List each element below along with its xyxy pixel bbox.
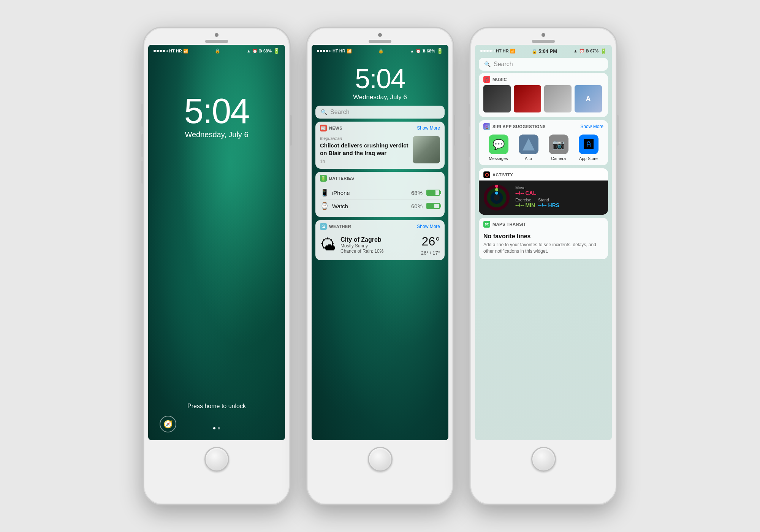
battery-icon-widget: 🔋 (320, 175, 327, 182)
weather-title: WEATHER (329, 224, 351, 229)
siri-title: SIRI APP SUGGESTIONS (492, 124, 546, 129)
search-icon-3: 🔍 (484, 61, 491, 67)
weather-widget: 🌤 WEATHER Show More 🌤 City of Zagreb Mos… (315, 220, 445, 260)
music-title-group: 🎵 MUSIC (483, 76, 507, 83)
search-bar-2[interactable]: 🔍 Search (315, 106, 445, 119)
maps-title-group: 🗺 MAPS TRANSIT (483, 221, 526, 228)
page-dot-1 (213, 427, 215, 429)
weather-sun-icon: 🌤 (320, 237, 336, 253)
news-thumb-inner (413, 136, 440, 163)
iphone-bar-fill (427, 190, 435, 195)
weather-range: 26° / 17° (421, 250, 440, 256)
maps-content: No favorite lines Add a line to your fav… (479, 230, 608, 259)
news-header: 📰 NEWS Show More (315, 122, 445, 134)
app-messages[interactable]: 💬 Messages (489, 135, 508, 161)
appstore-icon: 🅰 (579, 135, 598, 154)
dot3 (160, 50, 162, 52)
carrier-2: HT HR (332, 49, 345, 53)
album-4[interactable]: A (575, 85, 602, 112)
location-icon-2: ▲ (410, 49, 414, 53)
album-1[interactable] (483, 85, 511, 112)
messages-label: Messages (489, 156, 508, 161)
bluetooth-icon-3: 𝐁 (586, 49, 589, 54)
battery-3: 67% (590, 49, 598, 53)
s-dot4 (326, 50, 328, 52)
search-bar-3[interactable]: 🔍 Search (479, 58, 608, 71)
weather-temp: 26° (421, 234, 440, 249)
battery-icon-1: 🔋 (273, 48, 280, 54)
r-dot4 (489, 50, 492, 52)
camera-icon: 📷 (549, 135, 568, 154)
search-label-2: Search (330, 109, 350, 116)
wifi-icon-2: 📶 (347, 49, 352, 54)
exercise-value: --/-- MIN (515, 202, 535, 208)
iphone-bar-outer (426, 190, 440, 196)
stand-value: --/-- HRS (538, 202, 559, 208)
app-alto[interactable]: Alto (519, 135, 538, 161)
lock-icon-2: 🔒 (378, 48, 384, 54)
r-dot3 (486, 50, 489, 52)
home-button-1[interactable] (204, 447, 229, 472)
alarm-icon-3: ⏰ (579, 49, 584, 54)
weather-header: 🌤 WEATHER Show More (315, 220, 445, 232)
home-button-2[interactable] (368, 447, 393, 472)
weather-show-more[interactable]: Show More (417, 224, 440, 229)
press-home-text: Press home to unlock (148, 403, 285, 410)
weather-icon-widget: 🌤 (320, 223, 327, 230)
lockscreen-screen: HT HR 📶 🔒 ▲ ⏰ 𝐁 68% 🔋 5:04 Wednesday, Ju… (148, 45, 285, 440)
batteries-content: 📱 iPhone 68% ⌚ Watch 60% (315, 184, 445, 217)
home-button-3[interactable] (531, 447, 556, 472)
activity-content: Move --/-- CAL Exercise --/-- MIN Stand (479, 180, 608, 215)
album-3[interactable] (544, 85, 572, 112)
activity-info: Move --/-- CAL Exercise --/-- MIN Stand (515, 185, 603, 210)
weather-title-group: 🌤 WEATHER (320, 223, 351, 230)
rings-svg (483, 184, 510, 211)
maps-title: MAPS TRANSIT (492, 222, 526, 226)
app-appstore[interactable]: 🅰 App Store (579, 135, 598, 161)
speaker-2 (369, 40, 391, 43)
right-bg: HT HR 📶 🔒 5:04 PM ▲ ⏰ 𝐁 67% 🔋 🔍 Search (475, 45, 612, 440)
lock-icon-3: 🔒 5:04 PM (532, 48, 557, 54)
today-screen-3: HT HR 📶 🔒 5:04 PM ▲ ⏰ 𝐁 67% 🔋 🔍 Search (475, 45, 612, 440)
siri-show-more[interactable]: Show More (580, 124, 603, 129)
battery-1: 68% (263, 49, 272, 53)
weather-info: City of Zagreb Mostly Sunny Chance of Ra… (340, 236, 416, 254)
alto-label: Alto (525, 156, 532, 161)
dot1 (154, 50, 156, 52)
app-camera[interactable]: 📷 Camera (549, 135, 568, 161)
status-right-2: ▲ ⏰ 𝐁 68% 🔋 (410, 48, 443, 54)
appstore-label: App Store (579, 156, 598, 161)
batteries-header: 🔋 BATTERIES (315, 172, 445, 184)
alto-icon (519, 135, 538, 154)
album-2[interactable] (514, 85, 541, 112)
status-right-3: ▲ ⏰ 𝐁 67% 🔋 (573, 48, 606, 54)
exercise-label: Exercise (515, 198, 535, 202)
music-icon-widget: 🎵 (483, 76, 490, 83)
batteries-widget: 🔋 BATTERIES 📱 iPhone 68% (315, 172, 445, 217)
weather-desc: Mostly Sunny (340, 243, 416, 249)
phone-1: HT HR 📶 🔒 ▲ ⏰ 𝐁 68% 🔋 5:04 Wednesday, Ju… (142, 27, 291, 505)
batteries-title-group: 🔋 BATTERIES (320, 175, 354, 182)
watch-device-icon: ⌚ (320, 201, 329, 211)
news-show-more[interactable]: Show More (417, 125, 440, 131)
phone-top-3 (470, 28, 616, 43)
status-left-1: HT HR 📶 (154, 49, 188, 54)
r-dot5 (492, 50, 495, 52)
search-icon-2: 🔍 (321, 109, 327, 115)
camera-label: Camera (551, 156, 566, 161)
siri-header: 🔮 SIRI APP SUGGESTIONS Show More (479, 120, 608, 132)
wifi-icon-1: 📶 (183, 49, 188, 54)
move-value: --/-- CAL (515, 190, 603, 196)
maps-icon-widget: 🗺 (483, 221, 490, 228)
activity-stand-row: Stand --/-- HRS (538, 198, 559, 208)
weather-rain: Chance of Rain: 10% (340, 249, 416, 254)
lockscreen-bg: HT HR 📶 🔒 ▲ ⏰ 𝐁 68% 🔋 5:04 Wednesday, Ju… (148, 45, 285, 440)
iphone-device-icon: 📱 (320, 188, 329, 197)
search-label-3: Search (494, 61, 513, 68)
battery-row-watch: ⌚ Watch 60% (320, 200, 440, 212)
music-title: MUSIC (492, 77, 507, 82)
safari-icon[interactable]: 🧭 (160, 416, 176, 432)
music-albums: A (479, 85, 608, 117)
batteries-title: BATTERIES (329, 176, 354, 180)
location-icon-3: ▲ (573, 49, 578, 53)
